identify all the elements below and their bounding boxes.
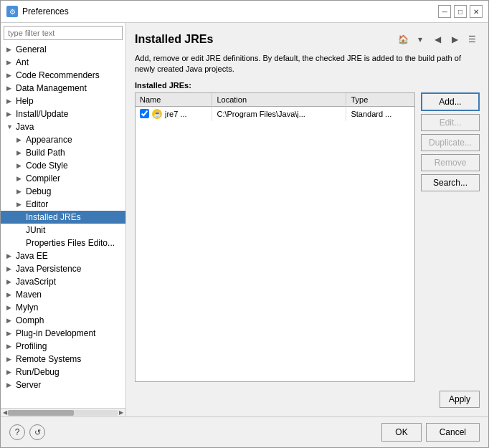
sidebar-item-label: Code Recommenders xyxy=(16,70,100,80)
jre-table-container[interactable]: Name Location Type ☕ xyxy=(135,92,415,382)
sidebar-item-label: Editor xyxy=(26,199,48,209)
sidebar-item-compiler[interactable]: ▶ Compiler xyxy=(1,172,125,185)
sidebar-item-label: Server xyxy=(16,380,41,390)
scroll-left-icon[interactable]: ◀ xyxy=(2,409,8,416)
maximize-button[interactable]: □ xyxy=(454,5,467,18)
sidebar-item-mylyn[interactable]: ▶ Mylyn xyxy=(1,301,125,314)
toolbar-back-button[interactable]: ◀ xyxy=(429,32,445,47)
sidebar-item-label: Properties Files Edito... xyxy=(26,238,115,248)
toolbar-forward-button[interactable]: ▶ xyxy=(447,32,462,47)
expand-arrow: ▶ xyxy=(6,304,14,311)
description-text: Add, remove or edit JRE definitions. By … xyxy=(135,53,480,75)
scroll-right-icon[interactable]: ▶ xyxy=(118,409,124,416)
add-button[interactable]: Add... xyxy=(421,92,480,111)
apply-row: Apply xyxy=(135,391,480,408)
sidebar-item-java-persistence[interactable]: ▶ Java Persistence xyxy=(1,262,125,275)
expand-arrow: ▶ xyxy=(6,110,14,118)
sidebar-item-javascript[interactable]: ▶ JavaScript xyxy=(1,275,125,288)
search-button[interactable]: Search... xyxy=(421,174,480,191)
sidebar-item-label: Data Management xyxy=(16,83,87,93)
scrollbar-thumb[interactable] xyxy=(8,410,74,416)
sidebar-item-profiling[interactable]: ▶ Profiling xyxy=(1,340,125,353)
minimize-button[interactable]: ─ xyxy=(438,5,451,18)
expand-arrow: ▶ xyxy=(6,85,14,92)
checkbox-cell: ☕ jre7 ... xyxy=(140,109,207,119)
expand-arrow: ▶ xyxy=(6,252,14,259)
sidebar-item-java-ee[interactable]: ▶ Java EE xyxy=(1,249,125,262)
col-location[interactable]: Location xyxy=(212,93,346,107)
sidebar-item-label: Java EE xyxy=(16,251,48,261)
expand-arrow: ▶ xyxy=(6,97,14,105)
toolbar-home-button[interactable]: 🏠 xyxy=(395,32,411,47)
jre-name-cell: ☕ jre7 ... xyxy=(136,106,212,121)
cancel-button[interactable]: Cancel xyxy=(426,423,480,442)
toolbar-menu-button[interactable]: ☰ xyxy=(464,32,480,47)
sidebar-item-build-path[interactable]: ▶ Build Path xyxy=(1,146,125,159)
sidebar-item-editor[interactable]: ▶ Editor xyxy=(1,198,125,211)
close-button[interactable]: ✕ xyxy=(470,5,483,18)
sidebar-item-label: Remote Systems xyxy=(16,354,81,364)
sidebar-item-label: Help xyxy=(16,96,34,106)
sidebar-item-oomph[interactable]: ▶ Oomph xyxy=(1,314,125,327)
expand-arrow: ▶ xyxy=(6,317,14,324)
edit-button[interactable]: Edit... xyxy=(421,114,480,131)
sidebar-item-data-management[interactable]: ▶ Data Management xyxy=(1,82,125,95)
col-type[interactable]: Type xyxy=(346,93,414,107)
restore-defaults-button[interactable]: ↺ xyxy=(29,424,45,440)
sidebar-item-server[interactable]: ▶ Server xyxy=(1,378,125,391)
sidebar-item-label: Run/Debug xyxy=(16,367,60,377)
apply-button[interactable]: Apply xyxy=(440,391,480,408)
sidebar-horizontal-scrollbar[interactable]: ◀ ▶ xyxy=(1,408,125,416)
sidebar-item-ant[interactable]: ▶ Ant xyxy=(1,56,125,69)
sidebar-item-label: Oomph xyxy=(16,315,44,325)
table-row[interactable]: ☕ jre7 ... C:\Program Files\Java\j... St… xyxy=(136,106,414,121)
bottom-left: ? ↺ xyxy=(9,424,45,440)
sidebar-item-label: Installed JREs xyxy=(26,212,81,222)
expand-arrow: ▶ xyxy=(6,72,14,79)
sidebar-item-remote-systems[interactable]: ▶ Remote Systems xyxy=(1,353,125,366)
main-content: ▶ General ▶ Ant ▶ Code Recommenders ▶ Da… xyxy=(1,23,488,416)
sidebar-item-label: Mylyn xyxy=(16,302,38,313)
sidebar-item-label: Maven xyxy=(16,290,42,300)
sidebar-item-junit[interactable]: JUnit xyxy=(1,224,125,237)
toolbar-dropdown-button[interactable]: ▾ xyxy=(412,32,428,47)
sidebar-item-label: Java xyxy=(16,122,34,132)
sidebar-item-general[interactable]: ▶ General xyxy=(1,43,125,56)
col-name[interactable]: Name xyxy=(136,93,212,107)
jre-checkbox[interactable] xyxy=(140,109,149,118)
ok-button[interactable]: OK xyxy=(381,423,421,442)
expand-arrow: ▶ xyxy=(6,291,14,298)
title-bar: ⚙ Preferences ─ □ ✕ xyxy=(1,1,488,23)
section-label: Installed JREs: xyxy=(135,81,480,90)
sidebar-item-code-style[interactable]: ▶ Code Style xyxy=(1,159,125,172)
expand-arrow: ▶ xyxy=(16,175,24,182)
expand-arrow: ▶ xyxy=(16,201,24,208)
bottom-bar: ? ↺ OK Cancel xyxy=(1,416,488,447)
window-icon: ⚙ xyxy=(6,6,18,17)
preferences-window: ⚙ Preferences ─ □ ✕ ▶ General ▶ Ant xyxy=(0,0,489,448)
sidebar-item-code-recommenders[interactable]: ▶ Code Recommenders xyxy=(1,69,125,82)
sidebar-item-help[interactable]: ▶ Help xyxy=(1,95,125,108)
sidebar-item-installed-jres[interactable]: Installed JREs xyxy=(1,211,125,224)
expand-arrow: ▶ xyxy=(16,188,24,195)
sidebar-item-label: Appearance xyxy=(26,135,72,145)
sidebar-item-debug[interactable]: ▶ Debug xyxy=(1,185,125,198)
sidebar-item-run-debug[interactable]: ▶ Run/Debug xyxy=(1,366,125,378)
sidebar-item-label: Profiling xyxy=(16,341,47,351)
expand-arrow: ▶ xyxy=(6,265,14,272)
filter-input[interactable] xyxy=(4,26,123,40)
jre-location-cell: C:\Program Files\Java\j... xyxy=(212,106,346,121)
duplicate-button[interactable]: Duplicate... xyxy=(421,134,480,151)
sidebar-item-maven[interactable]: ▶ Maven xyxy=(1,288,125,301)
expand-arrow: ▶ xyxy=(6,381,14,389)
sidebar-item-java[interactable]: ▼ Java xyxy=(1,120,125,133)
remove-button[interactable]: Remove xyxy=(421,154,480,171)
sidebar-item-plugin-development[interactable]: ▶ Plug-in Development xyxy=(1,327,125,340)
sidebar-item-label: Build Path xyxy=(26,148,65,158)
scrollbar-track[interactable] xyxy=(8,410,118,416)
sidebar-item-appearance[interactable]: ▶ Appearance xyxy=(1,133,125,146)
help-button[interactable]: ? xyxy=(9,424,25,440)
sidebar-item-properties-files-editor[interactable]: Properties Files Edito... xyxy=(1,237,125,249)
sidebar-item-install-update[interactable]: ▶ Install/Update xyxy=(1,108,125,120)
sidebar-item-label: JUnit xyxy=(26,225,45,235)
